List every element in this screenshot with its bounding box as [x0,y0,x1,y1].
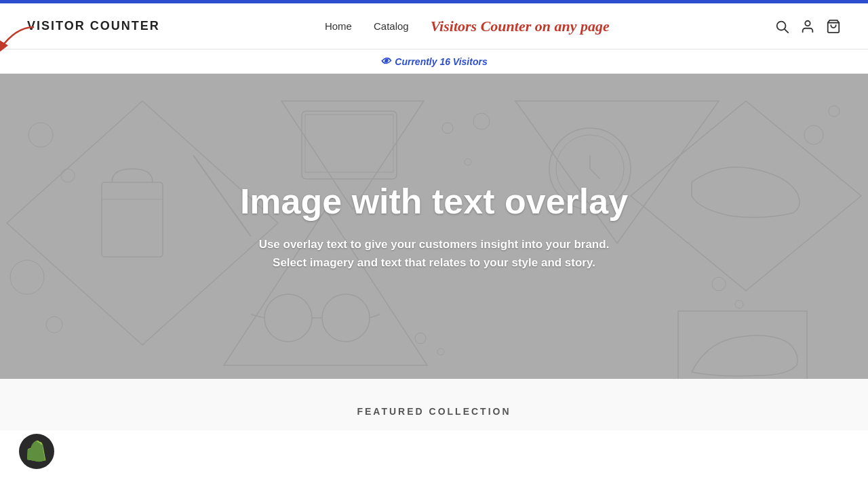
visitor-counter: 👁 Currently 16 Visitors [380,56,487,67]
site-logo: VISITOR COUNTER [27,19,160,33]
svg-point-2 [805,20,810,25]
search-icon[interactable] [774,19,789,34]
cart-icon[interactable] [826,19,841,34]
annotation-visitors-counter-label: Visitors Counter on any page [431,18,610,35]
nav-icons-group [774,19,841,34]
below-hero-section: FEATURED COLLECTION [0,379,868,430]
hero-subtitle-line1: Use overlay text to give your customers … [240,235,628,253]
featured-collection-label: FEATURED COLLECTION [27,406,841,417]
visitor-counter-bar: 👁 Currently 16 Visitors [0,49,868,74]
visitor-counter-text: Currently 16 Visitors [395,56,487,67]
hero-subtitle-line2: Select imagery and text that relates to … [240,253,628,272]
main-nav: Home Catalog Visitors Counter on any pag… [325,18,610,35]
nav-link-catalog[interactable]: Catalog [374,20,409,32]
nav-link-home[interactable]: Home [325,20,352,32]
site-header: VISITOR COUNTER Home Catalog Visitors Co… [0,3,868,49]
hero-section: Image with text overlay Use overlay text… [0,74,868,379]
eye-icon: 👁 [380,56,391,67]
login-icon[interactable] [800,19,815,34]
hero-content: Image with text overlay Use overlay text… [226,181,642,272]
hero-title: Image with text overlay [240,181,628,222]
svg-line-1 [785,29,788,33]
